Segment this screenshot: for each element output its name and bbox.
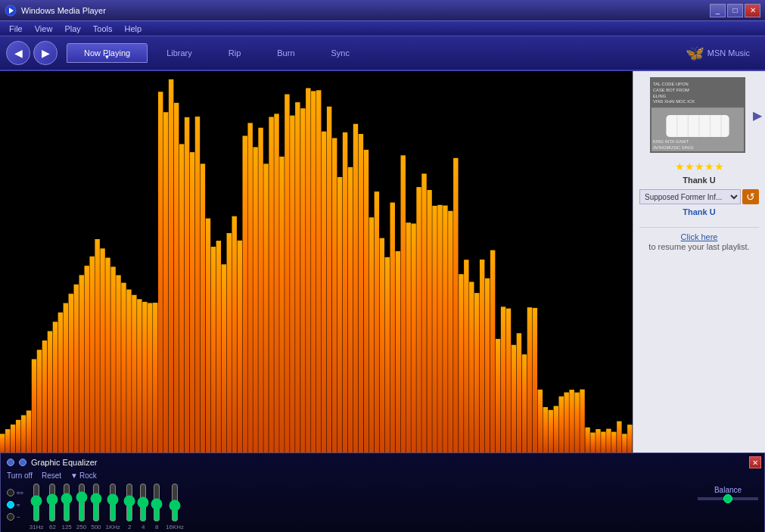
tab-msn-music[interactable]: 🦋 MSN Music: [676, 39, 759, 67]
svg-rect-92: [469, 282, 474, 453]
svg-rect-36: [174, 103, 179, 453]
close-button[interactable]: ✕: [745, 4, 760, 17]
svg-rect-45: [222, 264, 226, 453]
menu-play[interactable]: Play: [58, 24, 86, 33]
shuffle-button[interactable]: ↺: [742, 189, 759, 204]
svg-rect-116: [596, 429, 600, 453]
svg-rect-72: [364, 150, 369, 453]
svg-rect-35: [169, 79, 173, 453]
eq-slider-125[interactable]: [62, 483, 71, 522]
svg-rect-8: [26, 410, 31, 453]
eq-slider-8k[interactable]: [152, 483, 161, 522]
svg-rect-53: [263, 163, 268, 453]
star-rating[interactable]: ★★★★★: [675, 160, 724, 173]
playlist-dropdown[interactable]: Supposed Former Inf...: [639, 189, 741, 204]
eq-slider-500[interactable]: [92, 483, 101, 522]
forward-button[interactable]: ▶: [33, 41, 58, 65]
eq-dot-1: [7, 459, 14, 466]
menu-help[interactable]: Help: [118, 24, 148, 33]
svg-rect-98: [501, 306, 505, 453]
eq-sliders: 31Hz 62 125 250 500 1KHz: [30, 483, 686, 530]
svg-rect-34: [163, 112, 168, 453]
eq-radio-3[interactable]: [7, 513, 14, 521]
svg-rect-63: [316, 90, 321, 453]
eq-slider-62[interactable]: [48, 483, 57, 522]
svg-rect-65: [327, 107, 331, 453]
eq-slider-1khz[interactable]: [108, 483, 117, 522]
svg-rect-80: [406, 222, 410, 453]
svg-rect-106: [543, 407, 548, 453]
menu-view[interactable]: View: [29, 24, 59, 33]
svg-rect-115: [590, 433, 595, 453]
svg-rect-19: [85, 266, 89, 453]
svg-rect-120: [617, 422, 621, 453]
tab-library[interactable]: Library: [149, 43, 210, 63]
resume-link[interactable]: Click here: [681, 232, 718, 241]
svg-rect-79: [401, 155, 406, 453]
svg-rect-64: [322, 132, 326, 453]
svg-rect-81: [411, 223, 415, 453]
eq-slider-250[interactable]: [77, 483, 86, 522]
eq-title: Graphic Equalizer: [31, 458, 97, 467]
svg-rect-54: [269, 117, 273, 453]
resume-text: to resume your last playlist.: [648, 241, 749, 253]
menu-tools[interactable]: Tools: [87, 24, 119, 33]
svg-rect-67: [337, 177, 342, 453]
expand-icon[interactable]: ▶: [753, 108, 762, 123]
eq-band-125: 125: [61, 483, 71, 530]
svg-rect-5: [11, 425, 15, 453]
eq-slider-16khz[interactable]: [170, 483, 179, 522]
back-button[interactable]: ◀: [6, 41, 30, 65]
svg-rect-97: [496, 339, 500, 453]
tab-sync[interactable]: Sync: [314, 43, 367, 63]
eq-preset-selector[interactable]: ▼ Rock: [70, 471, 97, 480]
svg-rect-29: [137, 299, 141, 453]
svg-rect-71: [359, 134, 363, 453]
svg-rect-69: [348, 167, 353, 453]
svg-rect-56: [279, 157, 284, 453]
svg-rect-74: [375, 191, 379, 453]
svg-rect-50: [247, 123, 252, 453]
svg-rect-37: [179, 144, 184, 453]
balance-slider[interactable]: [698, 497, 758, 500]
tab-burn[interactable]: Burn: [260, 43, 312, 63]
eq-controls: Turn off Reset ▼ Rock: [7, 471, 758, 480]
svg-rect-110: [564, 392, 568, 453]
svg-rect-49: [243, 135, 247, 453]
visualizer: [0, 71, 633, 453]
eq-dot-2: [19, 459, 26, 466]
nav-tabs: Now Playing ▼ Library Rip Burn Sync: [67, 43, 676, 63]
eq-close-button[interactable]: ✕: [749, 456, 761, 468]
svg-rect-24: [110, 266, 115, 453]
eq-slider-4k[interactable]: [138, 483, 148, 522]
eq-radio-2[interactable]: [7, 501, 14, 509]
eq-slider-31hz[interactable]: [32, 483, 41, 522]
maximize-button[interactable]: □: [727, 4, 743, 17]
svg-rect-40: [195, 117, 200, 453]
tab-rip[interactable]: Rip: [211, 43, 259, 63]
svg-rect-38: [185, 117, 189, 453]
tab-now-playing[interactable]: Now Playing ▼: [67, 43, 148, 63]
svg-rect-23: [105, 258, 110, 453]
svg-rect-114: [585, 428, 589, 453]
eq-turnoff-button[interactable]: Turn off: [7, 471, 33, 480]
eq-reset-button[interactable]: Reset: [42, 471, 61, 480]
eq-radio-1[interactable]: [7, 489, 14, 496]
menu-file[interactable]: File: [3, 24, 29, 33]
svg-rect-47: [232, 216, 236, 453]
svg-rect-91: [464, 260, 468, 453]
svg-text:AVINGMUSIC SINGI: AVINGMUSIC SINGI: [653, 145, 694, 150]
svg-rect-104: [533, 308, 537, 453]
svg-rect-41: [201, 163, 205, 453]
svg-rect-44: [216, 241, 221, 453]
svg-rect-66: [332, 138, 337, 453]
minimize-button[interactable]: _: [710, 4, 726, 17]
svg-rect-75: [380, 238, 384, 453]
svg-rect-107: [548, 410, 552, 453]
svg-rect-51: [253, 147, 257, 453]
svg-rect-52: [258, 128, 263, 453]
eq-band-4: 4: [138, 483, 148, 530]
eq-slider-2k[interactable]: [125, 483, 134, 522]
svg-rect-7: [21, 415, 26, 453]
svg-rect-61: [306, 88, 310, 453]
